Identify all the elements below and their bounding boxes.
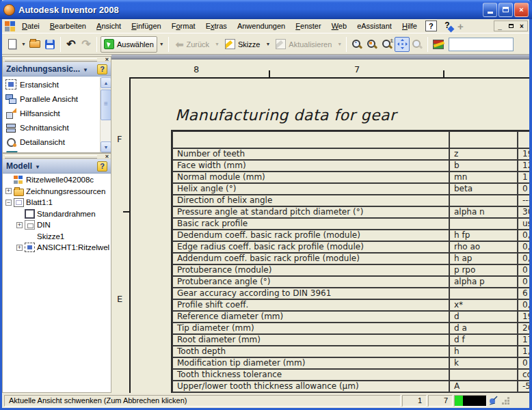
tree-row[interactable]: + DIN (3, 219, 111, 231)
menu-item[interactable]: Hilfe (398, 20, 421, 31)
select-cursor-icon (104, 39, 114, 49)
model-title[interactable]: Modell▼ (6, 161, 97, 171)
tree-row[interactable]: + ANSICHT1:Ritzelwel (3, 242, 111, 254)
tree-row[interactable]: Ritzelwelle042008c (3, 174, 111, 186)
child-window-controls: _ × (494, 20, 528, 31)
menu-item[interactable]: Bearbeiten (46, 20, 90, 31)
update-button: Aktualisieren (272, 36, 335, 53)
model-header[interactable]: Modell▼ ? (3, 159, 111, 174)
menu-item[interactable]: Datei (18, 20, 44, 31)
markup-button[interactable] (431, 37, 446, 52)
view-list-item[interactable]: Schnittansicht (3, 120, 100, 135)
view-list-item[interactable]: Erstansicht (3, 77, 100, 92)
chevron-down-icon: ▼ (83, 67, 88, 73)
model-tree: Ritzelwelle042008c + Zeichnungsressource… (3, 174, 111, 392)
menu-item[interactable]: Anwendungen (233, 20, 289, 31)
tree-node-icon (14, 198, 24, 207)
menu-item[interactable]: Einfügen (127, 20, 165, 31)
minimize-button[interactable] (483, 3, 497, 17)
zoom-all-button[interactable]: ◔ (349, 37, 364, 52)
table-row-symbol: d f (449, 334, 518, 346)
panel-grip[interactable]: × (3, 57, 111, 62)
help-icon[interactable]: ? (425, 20, 437, 31)
zone-number-8: 8 (194, 64, 199, 74)
table-row-value: 0,0 (518, 299, 529, 311)
tree-expander[interactable]: + (5, 188, 12, 194)
drawing-views-title[interactable]: Zeichnungsansic...▼ (6, 64, 97, 74)
new-document-dropdown[interactable]: ▼ (20, 42, 27, 46)
view-list-item[interactable]: Hilfsansicht (3, 106, 100, 120)
tree-expander[interactable]: + (16, 222, 23, 228)
tree-expander[interactable]: + (16, 245, 23, 251)
panel-close-icon[interactable]: × (105, 57, 109, 62)
eassistant-help-icon[interactable]: ? (441, 20, 453, 31)
menu-item[interactable]: eAssistant (353, 20, 396, 31)
table-row-value: 20 (518, 323, 529, 334)
undo-button[interactable]: ↶ (64, 37, 79, 52)
scroll-thumb[interactable] (101, 90, 111, 120)
maximize-button[interactable] (498, 3, 513, 17)
table-row-value: 6 (518, 288, 529, 299)
child-minimize-button[interactable]: _ (494, 21, 505, 31)
view-list-item[interactable]: Parallele Ansicht (3, 92, 100, 106)
table-row-symbol (449, 288, 518, 299)
zoom-window-button[interactable] (364, 37, 380, 52)
toolbar-input[interactable] (449, 38, 514, 51)
table-row-label: Edge radius coeff. basic rack profile (m… (172, 241, 449, 253)
table-row-symbol: alpha p (449, 276, 518, 288)
drawing-views-header[interactable]: Zeichnungsansic...▼ ? (3, 62, 111, 77)
tree-row[interactable]: Standardrahmen (3, 208, 111, 220)
table-row-label: Profile shift coeff. (172, 299, 449, 311)
canvas-top-strip (111, 55, 529, 59)
table-header-cell (449, 131, 518, 148)
table-row-symbol: b (449, 160, 518, 172)
table-row-value: 19 (518, 148, 529, 160)
save-floppy-icon (45, 40, 55, 49)
sheet-border-top (129, 77, 529, 79)
scroll-up-icon[interactable]: ▲ (101, 77, 111, 88)
table-row-symbol (449, 195, 518, 206)
pan-button[interactable] (395, 37, 410, 52)
table-row-value: us (518, 218, 529, 230)
view-list-item[interactable]: Detailansicht (3, 135, 100, 149)
panel-help-icon[interactable]: ? (97, 64, 107, 74)
tree-row[interactable]: − Blatt1:1 (3, 197, 111, 208)
separator (60, 37, 61, 52)
zone-number-7: 7 (354, 64, 360, 74)
tree-row[interactable]: Skizze1 (3, 231, 111, 243)
menu-item[interactable]: Fenster (291, 20, 325, 31)
scroll-down-icon[interactable]: ▼ (101, 141, 111, 152)
select-button[interactable]: Auswählen (101, 36, 157, 53)
sketch-button[interactable]: Skizze (222, 36, 263, 53)
tree-row[interactable]: + Zeichnungsressourcen (3, 186, 111, 197)
open-button[interactable] (27, 37, 42, 52)
drawing-canvas[interactable]: 8 7 F E Manufacturing data for gear Numb… (111, 55, 529, 393)
menu-item[interactable]: Extras (202, 20, 231, 31)
update-icon (276, 39, 286, 49)
panel-help-icon[interactable]: ? (97, 161, 107, 172)
zoom-window-icon (367, 39, 377, 50)
close-button[interactable]: × (514, 3, 529, 17)
menu-item[interactable]: Ansicht (92, 20, 125, 31)
sketch-dropdown[interactable]: ▼ (264, 42, 271, 46)
tree-node-label: Standardrahmen (37, 210, 96, 218)
model-panel: × Modell▼ ? Ritzelwelle042008c + Zeichnu… (2, 153, 111, 393)
views-scrollbar[interactable]: ▲ ▼ (100, 77, 111, 152)
document-grid-icon[interactable] (5, 21, 15, 31)
new-document-button[interactable] (5, 37, 20, 52)
menu-item[interactable]: Format (168, 20, 200, 31)
undo-icon: ↶ (66, 39, 75, 50)
zoom-inout-button[interactable]: ± (380, 37, 395, 52)
save-button[interactable] (42, 37, 57, 52)
resize-grip[interactable] (501, 396, 510, 405)
menu-item[interactable]: Web (328, 20, 351, 31)
select-dropdown[interactable]: ▼ (158, 42, 165, 46)
tree-expander[interactable]: − (5, 200, 12, 206)
child-close-button[interactable]: × (516, 21, 527, 31)
panel-grip[interactable]: × (3, 154, 111, 159)
titlebar[interactable]: Autodesk Inventor 2008 × (0, 0, 532, 19)
child-restore-button[interactable] (505, 21, 516, 31)
sketch-pencil-icon (225, 39, 235, 49)
view-list-item[interactable]: Überlagerungsansicht (3, 149, 100, 152)
panel-close-icon[interactable]: × (105, 154, 109, 159)
